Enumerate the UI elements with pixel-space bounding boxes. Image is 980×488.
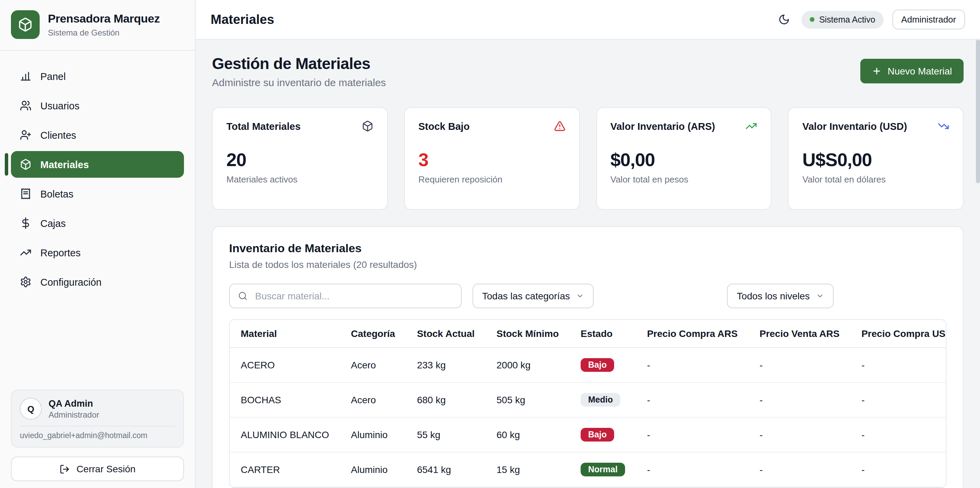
- category-filter-dropdown[interactable]: Todas las categorías: [473, 284, 594, 308]
- cell-estado: Bajo: [570, 347, 636, 382]
- alert-triangle-icon: [554, 120, 565, 132]
- cell-categoria: Acero: [340, 382, 406, 417]
- logout-button[interactable]: Cerrar Sesión: [11, 456, 184, 481]
- cell-precio-compra-usd: -: [850, 347, 947, 382]
- stat-card-valor-ars: Valor Inventario (ARS) $0,00 Valor total…: [596, 107, 772, 210]
- trending-up-icon: [20, 247, 32, 258]
- cell-material: BOCHAS: [230, 382, 340, 417]
- cell-precio-venta-ars: -: [749, 417, 850, 452]
- sidebar-item-panel[interactable]: Panel: [11, 63, 184, 90]
- stat-caption: Materiales activos: [226, 174, 374, 185]
- divider: [20, 426, 175, 426]
- column-header: Precio Venta ARS: [749, 320, 850, 347]
- app-logo-icon: [11, 10, 40, 39]
- scrollbar-thumb[interactable]: [976, 40, 980, 183]
- sidebar-item-boletas[interactable]: Boletas: [11, 181, 184, 207]
- scrollbar[interactable]: [976, 40, 980, 488]
- stat-value: 3: [418, 150, 566, 171]
- trending-up-icon: [746, 120, 757, 132]
- stat-value: $0,00: [610, 150, 757, 171]
- receipt-icon: [20, 188, 32, 200]
- cell-precio-compra-usd: -: [850, 382, 947, 417]
- cell-precio-compra-usd: -: [850, 417, 947, 452]
- app-subtitle: Sistema de Gestión: [48, 28, 160, 37]
- level-filter-dropdown[interactable]: Todos los niveles: [727, 284, 834, 308]
- avatar: Q: [20, 398, 42, 420]
- table-row[interactable]: ACEROAcero233 kg2000 kgBajo----: [230, 347, 947, 382]
- table-row[interactable]: CARTERAluminio6541 kg15 kgNormal----: [230, 452, 947, 487]
- sidebar-item-label: Boletas: [40, 188, 73, 199]
- cell-stock-minimo: 60 kg: [485, 417, 570, 452]
- stat-caption: Valor total en pesos: [610, 174, 757, 185]
- sidebar-nav: Panel Usuarios Clientes Materiales Bolet…: [0, 51, 195, 298]
- cell-estado: Medio: [570, 382, 636, 417]
- cell-precio-compra-ars: -: [636, 382, 749, 417]
- column-header: Precio Compra USD: [850, 320, 947, 347]
- bar-chart-icon: [20, 70, 32, 82]
- system-status-badge: Sistema Activo: [802, 11, 884, 29]
- inventory-title: Inventario de Materiales: [229, 242, 947, 256]
- estado-badge: Bajo: [581, 358, 614, 372]
- stat-cards: Total Materiales 20 Materiales activos S…: [212, 107, 964, 210]
- cell-precio-venta-ars: -: [749, 452, 850, 487]
- sidebar-item-cajas[interactable]: Cajas: [11, 210, 184, 236]
- cell-material: ALUMINIO BLANCO: [230, 417, 340, 452]
- theme-toggle-button[interactable]: [776, 11, 792, 28]
- search-input[interactable]: [254, 290, 453, 302]
- column-header: Estado: [570, 320, 636, 347]
- sidebar-item-clientes[interactable]: Clientes: [11, 122, 184, 148]
- sidebar-item-configuracion[interactable]: Configuración: [11, 269, 184, 295]
- account-button[interactable]: Administrador: [892, 10, 965, 29]
- stat-card-stock-bajo: Stock Bajo 3 Requieren reposición: [404, 107, 580, 210]
- trending-down-icon: [938, 120, 949, 132]
- sidebar-item-usuarios[interactable]: Usuarios: [11, 92, 184, 119]
- app-root: Prensadora Marquez Sistema de Gestión Pa…: [0, 0, 980, 488]
- estado-badge: Medio: [581, 393, 620, 407]
- page-header-title: Materiales: [211, 12, 274, 27]
- category-filter-label: Todas las categorías: [482, 290, 570, 301]
- column-header: Categoría: [340, 320, 406, 347]
- cell-stock-actual: 6541 kg: [406, 452, 485, 487]
- stat-title: Valor Inventario (USD): [803, 120, 907, 132]
- chevron-down-icon: [816, 292, 824, 300]
- new-material-label: Nuevo Material: [888, 66, 952, 76]
- user-role: Administrador: [49, 410, 99, 419]
- sidebar-item-label: Cajas: [40, 218, 66, 229]
- sidebar-item-reportes[interactable]: Reportes: [11, 239, 184, 266]
- sidebar-item-label: Materiales: [40, 159, 89, 170]
- stat-title: Valor Inventario (ARS): [610, 120, 715, 132]
- estado-badge: Normal: [581, 463, 625, 476]
- moon-icon: [778, 14, 790, 25]
- settings-icon: [20, 276, 32, 288]
- column-header: Stock Mínimo: [485, 320, 570, 347]
- stat-card-valor-usd: Valor Inventario (USD) U$S0,00 Valor tot…: [788, 107, 964, 210]
- new-material-button[interactable]: Nuevo Material: [860, 59, 964, 83]
- main-area: Materiales Sistema Activo Administrador …: [196, 0, 980, 488]
- cell-estado: Bajo: [570, 417, 636, 452]
- cell-stock-actual: 233 kg: [406, 347, 485, 382]
- chevron-down-icon: [576, 292, 584, 300]
- stat-title: Total Materiales: [226, 120, 301, 132]
- cell-precio-compra-ars: -: [636, 347, 749, 382]
- table-row[interactable]: BOCHASAcero680 kg505 kgMedio----: [230, 382, 947, 417]
- sidebar-item-materiales[interactable]: Materiales: [11, 151, 184, 178]
- search-material-field[interactable]: [229, 284, 461, 308]
- sidebar-item-label: Panel: [40, 71, 66, 82]
- inventory-subtitle: Lista de todos los materiales (20 result…: [229, 259, 947, 270]
- column-header: Material: [230, 320, 340, 347]
- logout-icon: [59, 464, 70, 474]
- stat-value: 20: [226, 150, 374, 171]
- cell-precio-compra-ars: -: [636, 417, 749, 452]
- cell-precio-compra-ars: -: [636, 452, 749, 487]
- cell-material: ACERO: [230, 347, 340, 382]
- cell-stock-actual: 55 kg: [406, 417, 485, 452]
- cell-categoria: Aluminio: [340, 417, 406, 452]
- sidebar-item-label: Configuración: [40, 276, 102, 287]
- column-header: Stock Actual: [406, 320, 485, 347]
- cell-stock-minimo: 2000 kg: [485, 347, 570, 382]
- estado-badge: Bajo: [581, 428, 614, 442]
- package-icon: [20, 158, 32, 170]
- sidebar: Prensadora Marquez Sistema de Gestión Pa…: [0, 0, 196, 488]
- cell-estado: Normal: [570, 452, 636, 487]
- table-row[interactable]: ALUMINIO BLANCOAluminio55 kg60 kgBajo---…: [230, 417, 947, 452]
